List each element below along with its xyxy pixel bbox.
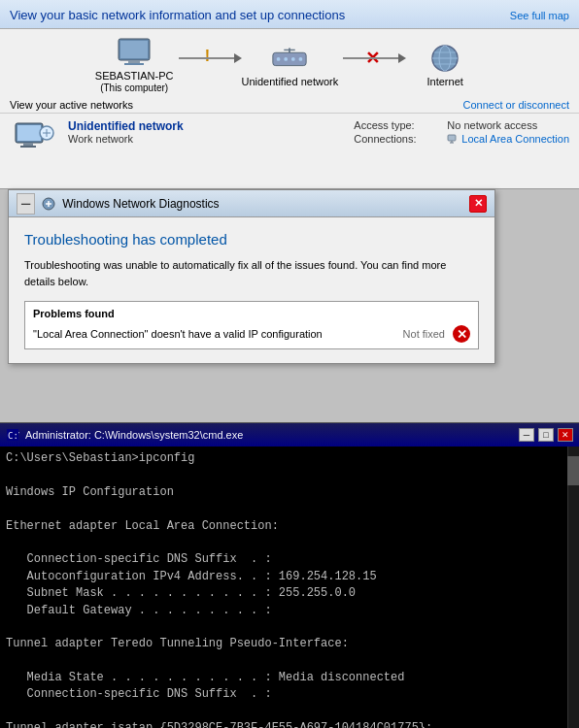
problems-header: Problems found: [33, 308, 470, 319]
node-internet-label: Internet: [427, 76, 463, 87]
network-info-left: Unidentified network Work network: [68, 119, 334, 156]
problem-text: "Local Area Connection" doesn't have a v…: [33, 328, 395, 340]
cmd-scrollbar[interactable]: [567, 447, 579, 728]
cmd-title-text: Administrator: C:\Windows\system32\cmd.e…: [25, 429, 243, 441]
cmd-icon: C:\: [6, 428, 19, 442]
network-icon-block: [10, 119, 58, 156]
diag-body: Troubleshooting has completed Troublesho…: [9, 217, 494, 363]
cmd-output: C:\Users\Sebastian>ipconfig Windows IP C…: [6, 450, 573, 728]
diag-close-btn[interactable]: ✕: [469, 195, 487, 213]
local-area-connection-link[interactable]: Local Area Connection: [447, 133, 569, 145]
unidentified-network-name: Unidentified network: [68, 119, 334, 133]
node-router-label: Unidentified network: [242, 76, 339, 87]
completed-title: Troubleshooting has completed: [24, 231, 479, 248]
problems-box: Problems found "Local Area Connection" d…: [24, 301, 479, 349]
connection-name-text: Local Area Connection: [461, 133, 569, 145]
diag-title-icon: [41, 197, 56, 211]
connections-row: Connections: Local Area Connection: [354, 133, 569, 145]
svg-rect-1: [120, 41, 148, 58]
diag-description: Troubleshooting was unable to automatica…: [24, 257, 479, 289]
network-row: Unidentified network Work network Access…: [0, 114, 579, 162]
access-type-row: Access type: No network access: [354, 119, 569, 131]
active-networks-bar: View your active networks Connect or dis…: [0, 97, 579, 114]
cmd-title-btns: ─ □ ✕: [517, 428, 573, 442]
globe-icon: [426, 43, 464, 74]
nc-header-title: View your basic network information and …: [10, 8, 569, 22]
svg-point-8: [299, 57, 303, 61]
nc-title-text: View your basic network information and …: [10, 8, 345, 22]
node-computer: SEBASTIAN-PC(This computer): [95, 37, 174, 93]
cmd-titlebar: C:\ Administrator: C:\Windows\system32\c…: [0, 423, 579, 447]
connection-icon: [447, 133, 459, 145]
network-type: Work network: [68, 133, 334, 145]
svg-point-5: [277, 57, 281, 61]
cmd-restore-btn[interactable]: □: [538, 428, 554, 442]
svg-rect-3: [124, 63, 144, 65]
see-full-map-link[interactable]: See full map: [510, 10, 569, 21]
cmd-scrollbar-thumb[interactable]: [567, 456, 579, 485]
cmd-minimize-btn[interactable]: ─: [519, 428, 534, 442]
diag-titlebar: ─ Windows Network Diagnostics ✕: [9, 190, 494, 217]
access-type-label: Access type:: [354, 119, 441, 131]
problem-row: "Local Area Connection" doesn't have a v…: [33, 325, 470, 343]
diagnostics-window: ─ Windows Network Diagnostics ✕ Troubles…: [8, 189, 495, 364]
warning-icon: !: [205, 48, 210, 65]
node-computer-label: SEBASTIAN-PC(This computer): [95, 70, 174, 93]
access-value: No network access: [447, 119, 537, 131]
nc-header: View your basic network information and …: [0, 0, 579, 29]
svg-text:C:\: C:\: [8, 431, 19, 441]
svg-point-6: [285, 57, 289, 61]
network-info-right: Access type: No network access Connectio…: [344, 119, 569, 156]
problem-status: Not fixed: [403, 328, 445, 340]
node-router: Unidentified network: [242, 43, 339, 87]
router-icon: [270, 43, 309, 74]
cmd-window: C:\ Administrator: C:\Windows\system32\c…: [0, 422, 579, 728]
network-sharing-center: View your basic network information and …: [0, 0, 579, 189]
svg-rect-18: [23, 143, 33, 146]
svg-rect-17: [17, 125, 41, 141]
svg-rect-2: [128, 60, 140, 63]
diag-title-left: ─ Windows Network Diagnostics: [17, 193, 220, 215]
connect-disconnect-link[interactable]: Connect or disconnect: [463, 99, 569, 111]
computer-icon: [115, 37, 153, 68]
connections-label: Connections:: [354, 133, 441, 145]
arrow1: !: [174, 57, 242, 59]
diag-minimize-btn[interactable]: ─: [17, 193, 35, 215]
arrow2: ✕: [338, 57, 406, 59]
network-diagram: SEBASTIAN-PC(This computer) ! Unidentifi: [0, 29, 579, 97]
svg-rect-19: [20, 146, 36, 148]
cmd-close-btn[interactable]: ✕: [558, 428, 573, 442]
node-internet: Internet: [406, 43, 484, 87]
cmd-body: C:\Users\Sebastian>ipconfig Windows IP C…: [0, 447, 579, 728]
active-networks-label: View your active networks: [10, 99, 133, 111]
svg-rect-23: [448, 135, 456, 141]
diag-title-text: Windows Network Diagnostics: [62, 197, 219, 211]
cmd-title-left: C:\ Administrator: C:\Windows\system32\c…: [6, 428, 243, 442]
svg-point-7: [291, 57, 295, 61]
not-fixed-icon: ✕: [453, 325, 470, 343]
